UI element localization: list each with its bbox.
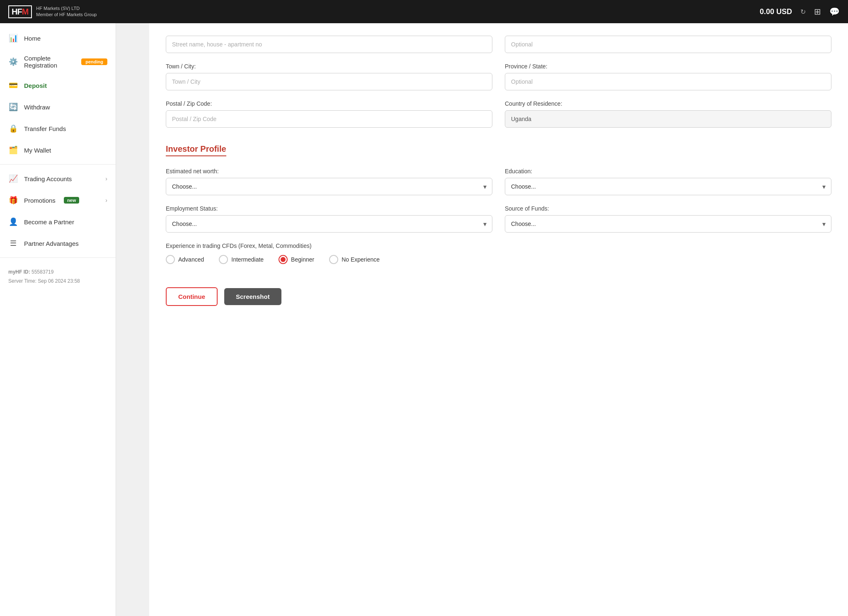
- sidebar-item-complete-registration[interactable]: ⚙️ Complete Registration pending: [0, 49, 116, 75]
- employment-funds-row: Employment Status: Choose... Source of F…: [166, 205, 831, 233]
- withdraw-icon: 🔄: [8, 102, 18, 112]
- sidebar-divider-2: [0, 257, 116, 258]
- sidebar-item-withdraw[interactable]: 🔄 Withdraw: [0, 96, 116, 118]
- education-label: Education:: [505, 168, 831, 175]
- education-select-wrapper: Choose...: [505, 178, 831, 195]
- advantages-icon: ☰: [8, 238, 18, 248]
- radio-circle-advanced: [166, 255, 175, 264]
- continue-button[interactable]: Continue: [166, 287, 218, 306]
- experience-label: Experience in trading CFDs (Forex, Metal…: [166, 243, 831, 249]
- layout: 📊 Home ⚙️ Complete Registration pending …: [0, 23, 848, 616]
- funds-label: Source of Funds:: [505, 205, 831, 212]
- balance-display: 0.00 USD: [760, 7, 792, 16]
- optional-group-1: [505, 36, 831, 53]
- funds-select-wrapper: Choose...: [505, 215, 831, 233]
- trading-icon: 📈: [8, 174, 18, 184]
- sidebar-label-withdraw: Withdraw: [24, 104, 50, 111]
- networth-label: Estimated net worth:: [166, 168, 492, 175]
- radio-options: Advanced Intermediate Beginner: [166, 255, 831, 264]
- street-input[interactable]: [166, 36, 492, 53]
- header-right: 0.00 USD ↻ ⊞ 💬: [760, 7, 840, 17]
- funds-select[interactable]: Choose...: [505, 215, 831, 233]
- sidebar-item-trading-accounts[interactable]: 📈 Trading Accounts ›: [0, 168, 116, 189]
- sidebar-divider-1: [0, 164, 116, 165]
- sidebar-item-become-partner[interactable]: 👤 Become a Partner: [0, 211, 116, 233]
- radio-circle-intermediate: [219, 255, 228, 264]
- networth-select[interactable]: Choose...: [166, 178, 492, 195]
- town-province-row: Town / City: Province / State:: [166, 63, 831, 90]
- optional-input-1[interactable]: [505, 36, 831, 53]
- education-group: Education: Choose...: [505, 168, 831, 195]
- sidebar-item-home[interactable]: 📊 Home: [0, 27, 116, 49]
- button-row: Continue Screenshot: [166, 272, 831, 306]
- address-row: [166, 36, 831, 53]
- postal-input[interactable]: [166, 110, 492, 128]
- sidebar-label-transfer-funds: Transfer Funds: [24, 125, 66, 132]
- town-input[interactable]: [166, 73, 492, 90]
- radio-label-beginner: Beginner: [291, 256, 314, 263]
- province-group: Province / State:: [505, 63, 831, 90]
- sidebar-label-trading-accounts: Trading Accounts: [24, 175, 72, 182]
- sidebar-label-promotions: Promotions: [24, 197, 56, 204]
- chevron-icon-2: ›: [105, 197, 107, 204]
- radio-intermediate[interactable]: Intermediate: [219, 255, 264, 264]
- sidebar-item-my-wallet[interactable]: 🗂️ My Wallet: [0, 139, 116, 161]
- logo-m: M: [22, 7, 29, 17]
- company-sub: Member of HF Markets Group: [36, 12, 97, 18]
- employment-label: Employment Status:: [166, 205, 492, 212]
- education-select[interactable]: Choose...: [505, 178, 831, 195]
- town-group: Town / City:: [166, 63, 492, 90]
- screenshot-button[interactable]: Screenshot: [224, 288, 281, 305]
- company-name: HF Markets (SV) LTD: [36, 5, 97, 12]
- radio-label-advanced: Advanced: [178, 256, 204, 263]
- sidebar-label-my-wallet: My Wallet: [24, 147, 51, 154]
- refresh-icon[interactable]: ↻: [800, 8, 806, 16]
- sidebar: 📊 Home ⚙️ Complete Registration pending …: [0, 23, 116, 616]
- experience-section: Experience in trading CFDs (Forex, Metal…: [166, 243, 831, 264]
- logo-box: HF M: [8, 5, 32, 18]
- postal-label: Postal / Zip Code:: [166, 100, 492, 107]
- logo-hf: HF: [12, 7, 22, 17]
- street-group: [166, 36, 492, 53]
- sidebar-label-home: Home: [24, 35, 41, 42]
- networth-group: Estimated net worth: Choose...: [166, 168, 492, 195]
- sidebar-item-transfer-funds[interactable]: 🔒 Transfer Funds: [0, 118, 116, 139]
- sidebar-item-promotions[interactable]: 🎁 Promotions new ›: [0, 189, 116, 211]
- sidebar-item-deposit[interactable]: 💳 Deposit: [0, 75, 116, 96]
- networth-education-row: Estimated net worth: Choose... Education…: [166, 168, 831, 195]
- employment-select-wrapper: Choose...: [166, 215, 492, 233]
- sidebar-item-partner-advantages[interactable]: ☰ Partner Advantages: [0, 233, 116, 254]
- chat-icon[interactable]: 💬: [829, 7, 840, 17]
- radio-no-experience[interactable]: No Experience: [329, 255, 380, 264]
- home-icon: 📊: [8, 33, 18, 43]
- funds-group: Source of Funds: Choose...: [505, 205, 831, 233]
- grid-icon[interactable]: ⊞: [814, 7, 821, 17]
- province-label: Province / State:: [505, 63, 831, 70]
- sidebar-label-complete-registration: Complete Registration: [24, 55, 73, 69]
- myhf-id-label: myHF ID: 55583719: [8, 269, 53, 275]
- radio-circle-no-experience: [329, 255, 338, 264]
- radio-circle-beginner: [279, 255, 288, 264]
- country-input[interactable]: [505, 110, 831, 128]
- logo-text: HF Markets (SV) LTD Member of HF Markets…: [36, 5, 97, 18]
- settings-icon: ⚙️: [8, 57, 18, 67]
- province-input[interactable]: [505, 73, 831, 90]
- radio-beginner[interactable]: Beginner: [279, 255, 314, 264]
- sidebar-label-become-partner: Become a Partner: [24, 218, 74, 226]
- server-time: Server Time: Sep 06 2024 23:58: [8, 278, 80, 284]
- investor-profile-heading: Investor Profile: [166, 144, 226, 156]
- employment-select[interactable]: Choose...: [166, 215, 492, 233]
- country-group: Country of Residence:: [505, 100, 831, 128]
- postal-group: Postal / Zip Code:: [166, 100, 492, 128]
- radio-advanced[interactable]: Advanced: [166, 255, 204, 264]
- postal-country-row: Postal / Zip Code: Country of Residence:: [166, 100, 831, 128]
- pending-badge: pending: [81, 58, 107, 65]
- sidebar-label-partner-advantages: Partner Advantages: [24, 240, 79, 247]
- sidebar-label-deposit: Deposit: [24, 82, 47, 89]
- partner-icon: 👤: [8, 217, 18, 227]
- content-area: Town / City: Province / State: Postal / …: [149, 23, 848, 616]
- chevron-icon: ›: [105, 175, 107, 182]
- wallet-icon: 🗂️: [8, 145, 18, 155]
- employment-group: Employment Status: Choose...: [166, 205, 492, 233]
- deposit-icon: 💳: [8, 80, 18, 90]
